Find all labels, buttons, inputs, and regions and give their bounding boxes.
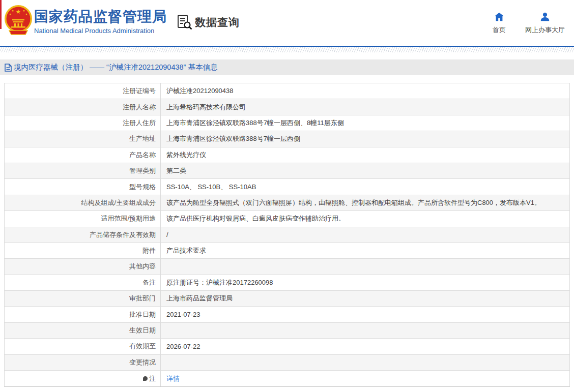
file-icon <box>5 64 12 72</box>
national-emblem-icon[interactable]: ★ ★ ★ ★ ★ <box>4 4 33 38</box>
table-row: 注详情 <box>5 371 569 386</box>
row-value <box>161 355 569 370</box>
row-label: 审批部门 <box>5 291 161 306</box>
row-value: / <box>161 227 569 243</box>
row-label: 适用范围/预期用途 <box>5 211 161 226</box>
row-label: 注册人住所 <box>5 115 161 131</box>
table-row: 注册人名称上海希格玛高技术有限公司 <box>5 99 569 115</box>
row-label: 结构及组成/主要组成成分 <box>5 195 161 210</box>
table-row: 审批部门上海市药品监督管理局 <box>5 291 569 307</box>
document-search-icon <box>177 14 193 30</box>
table-row: 变更情况 <box>5 355 569 371</box>
row-label: 生效日期 <box>5 323 161 338</box>
agency-title: 国家药品监督管理局 <box>34 8 167 25</box>
table-row: 有效期至2026-07-22 <box>5 339 569 354</box>
row-label: 注册人名称 <box>5 99 161 114</box>
row-value: 紫外线光疗仪 <box>161 147 569 163</box>
row-value: 上海希格玛高技术有限公司 <box>161 99 569 114</box>
data-query-label: 数据查询 <box>195 15 240 29</box>
breadcrumb: 境内医疗器械（注册） —— “沪械注准20212090438” 基本信息 <box>0 59 574 75</box>
table-row: 备注原注册证号：沪械注准20172260098 <box>5 275 569 291</box>
row-label: 批准日期 <box>5 307 161 322</box>
table-row: 结构及组成/主要组成成分该产品为舱型全身辐照式（双门六面辐照屏）结构，由辐照舱、… <box>5 195 569 211</box>
home-icon <box>494 11 505 22</box>
table-row: 其他内容 <box>5 259 569 275</box>
table-row: 注册人住所上海市青浦区徐泾镇双联路388号7幢一层西侧、8幢11层东侧 <box>5 115 569 131</box>
breadcrumb-text: 境内医疗器械（注册） —— “沪械注准20212090438” 基本信息 <box>14 63 217 72</box>
table-row: 附件产品技术要求 <box>5 243 569 259</box>
row-label: 型号规格 <box>5 179 161 194</box>
svg-text:★: ★ <box>16 8 21 15</box>
top-nav: 首页 网上办事大厅 <box>493 11 565 35</box>
svg-text:★: ★ <box>23 9 25 12</box>
nav-item-service-hall[interactable]: 网上办事大厅 <box>525 11 565 35</box>
left-red-strip <box>0 0 2 29</box>
row-label: 备注 <box>5 275 161 290</box>
row-value: 上海市青浦区徐泾镇双联路388号7幢一层西侧 <box>161 131 569 146</box>
info-table: 注册证编号沪械注准20212090438注册人名称上海希格玛高技术有限公司注册人… <box>4 83 570 387</box>
row-value: 2026-07-22 <box>161 339 569 354</box>
nav-item-home[interactable]: 首页 <box>493 11 506 35</box>
svg-text:★: ★ <box>25 13 28 16</box>
svg-text:★: ★ <box>9 13 12 16</box>
row-value: SS-10A、 SS-10B、 SS-10AB <box>161 179 569 194</box>
row-value: 上海市青浦区徐泾镇双联路388号7幢一层西侧、8幢11层东侧 <box>161 115 569 131</box>
row-value: 该产品为舱型全身辐照式（双门六面辐照屏）结构，由辐照舱、控制器和配电箱组成。产品… <box>161 195 569 210</box>
row-value: 该产品供医疗机构对银屑病、白癜风皮肤病变作辅助治疗用。 <box>161 211 569 226</box>
site-header: ★ ★ ★ ★ ★ 国家药品监督管理局 National Medical Pro… <box>0 0 574 46</box>
table-row: 产品名称紫外线光疗仪 <box>5 147 569 163</box>
nav-hall-label: 网上办事大厅 <box>525 25 565 35</box>
row-label: 产品名称 <box>5 147 161 163</box>
person-icon <box>539 11 551 22</box>
row-value: 详情 <box>161 371 569 386</box>
table-row: 管理类别第二类 <box>5 163 569 179</box>
table-row: 生产地址上海市青浦区徐泾镇双联路388号7幢一层西侧 <box>5 131 569 147</box>
row-value: 产品技术要求 <box>161 243 569 258</box>
row-label: 管理类别 <box>5 163 161 178</box>
row-label: 其他内容 <box>5 259 161 274</box>
table-row: 产品储存条件及有效期/ <box>5 227 569 243</box>
row-value <box>161 259 569 274</box>
row-value: 第二类 <box>161 163 569 178</box>
row-label: 产品储存条件及有效期 <box>5 227 161 243</box>
nav-home-label: 首页 <box>493 25 506 35</box>
table-row: 生效日期 <box>5 323 569 339</box>
row-value: 上海市药品监督管理局 <box>161 291 569 306</box>
row-label: 有效期至 <box>5 339 161 354</box>
row-value: 2021-07-23 <box>161 307 569 322</box>
row-label: 变更情况 <box>5 355 161 370</box>
hatch-divider <box>0 47 574 52</box>
row-value: 沪械注准20212090438 <box>161 83 569 99</box>
data-query-tab[interactable]: 数据查询 <box>177 14 240 30</box>
note-balloon-icon <box>143 376 148 381</box>
row-label: 注 <box>5 371 161 386</box>
agency-subtitle: National Medical Products Administration <box>34 27 167 35</box>
table-row: 批准日期2021-07-23 <box>5 307 569 322</box>
brand-block[interactable]: 国家药品监督管理局 National Medical Products Admi… <box>34 8 167 35</box>
svg-text:★: ★ <box>12 9 14 12</box>
row-value <box>161 323 569 338</box>
row-value: 原注册证号：沪械注准20172260098 <box>161 275 569 290</box>
detail-link[interactable]: 详情 <box>166 374 180 383</box>
row-label: 生产地址 <box>5 131 161 146</box>
table-row: 型号规格SS-10A、 SS-10B、 SS-10AB <box>5 179 569 195</box>
table-row: 适用范围/预期用途该产品供医疗机构对银屑病、白癜风皮肤病变作辅助治疗用。 <box>5 211 569 227</box>
table-row: 注册证编号沪械注准20212090438 <box>5 83 569 99</box>
row-label: 注册证编号 <box>5 83 161 99</box>
row-label: 附件 <box>5 243 161 258</box>
